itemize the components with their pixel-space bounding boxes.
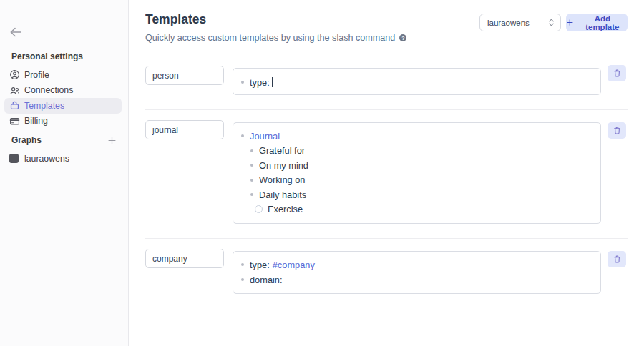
- bullet-icon: [241, 278, 244, 281]
- bullet-icon: [241, 81, 244, 84]
- add-template-label: Add template: [577, 14, 628, 31]
- bullet-icon: [250, 149, 253, 152]
- profile-icon: [9, 69, 20, 80]
- block-text: Grateful for: [259, 145, 305, 156]
- bullet-icon: [250, 179, 253, 182]
- block-text: On my mind: [259, 160, 308, 171]
- bullet-icon: [241, 263, 244, 266]
- block-row[interactable]: On my mind: [233, 158, 600, 173]
- block-row[interactable]: Daily habits: [233, 187, 600, 202]
- trash-icon: [613, 126, 622, 135]
- sidebar-item-graph-lauraowens[interactable]: lauraowens: [4, 151, 122, 167]
- page-title: Templates: [145, 12, 206, 27]
- row-divider: [145, 238, 628, 239]
- bullet-icon: [241, 134, 244, 137]
- todo-checkbox-icon[interactable]: [255, 205, 263, 213]
- plus-icon: [566, 19, 574, 26]
- block-row[interactable]: Journal: [233, 129, 600, 144]
- plus-icon: [107, 136, 117, 145]
- sidebar-item-label: Billing: [24, 116, 48, 126]
- templates-icon: [9, 100, 20, 111]
- trash-icon: [613, 69, 622, 78]
- template-name-input-company[interactable]: [145, 249, 224, 268]
- connections-icon: [9, 85, 20, 96]
- sidebar-item-profile[interactable]: Profile: [4, 67, 122, 83]
- delete-template-button-company[interactable]: [608, 251, 626, 267]
- block-row[interactable]: Grateful for: [233, 144, 600, 159]
- text-cursor: [272, 77, 273, 87]
- block-row[interactable]: Exercise: [233, 202, 600, 217]
- template-editor-journal[interactable]: Journal Grateful for On my mind Working …: [233, 122, 601, 224]
- settings-nav: Profile Connections Templates: [4, 67, 122, 129]
- block-text: Working on: [259, 174, 306, 185]
- row-divider: [145, 109, 628, 110]
- page-subtitle: Quickly access custom templates by using…: [145, 33, 406, 43]
- subtitle-text: Quickly access custom templates by using…: [145, 33, 395, 43]
- back-button[interactable]: [7, 24, 24, 41]
- block-row[interactable]: type:: [233, 75, 600, 90]
- graph-icon: [9, 154, 19, 163]
- sidebar-item-label: Templates: [24, 101, 64, 111]
- trash-icon: [613, 254, 622, 264]
- template-name-input-journal[interactable]: [145, 120, 224, 139]
- arrow-left-icon: [9, 25, 23, 39]
- sidebar-item-label: Connections: [24, 85, 73, 95]
- block-row[interactable]: Working on: [233, 173, 600, 188]
- template-editor-person[interactable]: type:: [233, 68, 601, 95]
- billing-icon: [9, 116, 20, 127]
- add-template-button[interactable]: Add template: [566, 14, 628, 31]
- block-text: type:: [250, 260, 270, 270]
- template-name-input-person[interactable]: [145, 66, 224, 85]
- sidebar-item-billing[interactable]: Billing: [4, 114, 122, 129]
- templates-settings-page: Personal settings Profile Connections: [0, 0, 644, 346]
- page-link[interactable]: Journal: [250, 131, 280, 142]
- sidebar-item-connections[interactable]: Connections: [4, 83, 122, 99]
- graph-select[interactable]: lauraowens: [479, 14, 561, 31]
- block-text: domain:: [250, 275, 283, 285]
- graph-name-label: lauraowens: [24, 154, 69, 164]
- block-text: Daily habits: [259, 189, 306, 200]
- block-text: Exercise: [268, 204, 303, 214]
- graphs-section-header: Graphs: [11, 135, 117, 145]
- sidebar: Personal settings Profile Connections: [0, 0, 129, 346]
- sidebar-item-label: Profile: [24, 70, 49, 80]
- bullet-icon: [250, 193, 253, 196]
- chevron-updown-icon: [548, 18, 555, 27]
- bullet-icon: [250, 164, 253, 167]
- block-row[interactable]: domain:: [233, 272, 600, 287]
- block-text: type:: [250, 77, 270, 88]
- delete-template-button-person[interactable]: [608, 65, 626, 81]
- template-editor-company[interactable]: type: #company domain:: [233, 251, 601, 294]
- add-graph-button[interactable]: [107, 135, 117, 145]
- personal-settings-label: Personal settings: [11, 51, 83, 61]
- graph-select-value: lauraowens: [487, 19, 530, 27]
- sidebar-item-templates[interactable]: Templates: [4, 98, 122, 114]
- block-row[interactable]: type: #company: [233, 257, 600, 272]
- delete-template-button-journal[interactable]: [608, 122, 626, 139]
- info-icon[interactable]: ?: [399, 34, 406, 41]
- hashtag-link[interactable]: #company: [273, 260, 315, 270]
- graphs-label: Graphs: [11, 135, 42, 145]
